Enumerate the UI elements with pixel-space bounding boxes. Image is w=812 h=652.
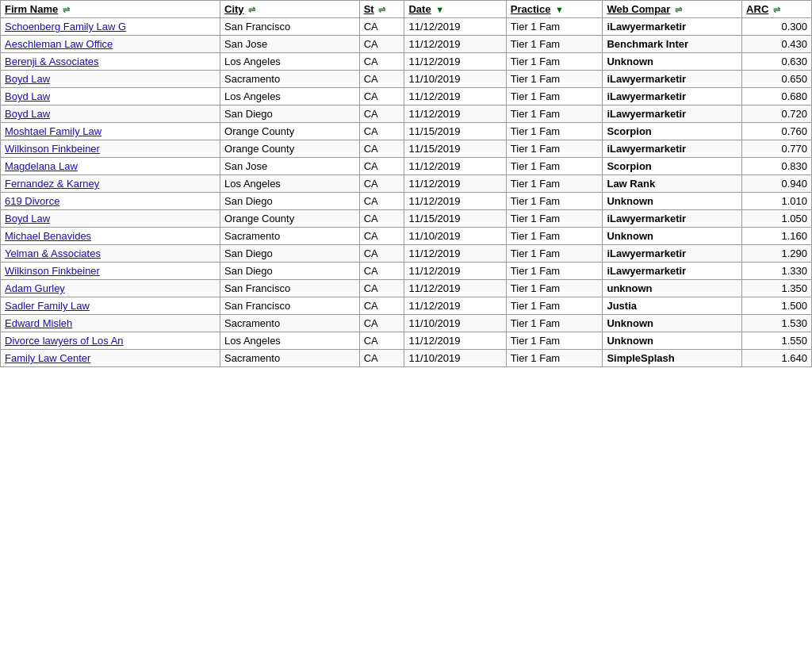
cell-webcomp: iLawyermarketir: [603, 105, 742, 123]
table-row: Sadler Family LawSan FranciscoCA11/12/20…: [1, 297, 812, 315]
cell-firm: Wilkinson Finkbeiner: [1, 140, 220, 158]
cell-practice: Tier 1 Fam: [506, 297, 603, 315]
firm-link[interactable]: Divorce lawyers of Los An: [5, 335, 124, 347]
firm-link[interactable]: Wilkinson Finkbeiner: [5, 265, 100, 277]
cell-arc: 0.300: [742, 18, 812, 36]
col-header-arc[interactable]: ARC ⇌: [742, 1, 812, 18]
col-header-firm[interactable]: Firm Name ⇌: [1, 1, 220, 18]
cell-firm: Boyd Law: [1, 71, 220, 88]
firm-link[interactable]: 619 Divorce: [5, 195, 59, 207]
cell-city: San Diego: [220, 193, 360, 210]
cell-city: Sacramento: [220, 71, 360, 88]
table-row: Divorce lawyers of Los AnLos AngelesCA11…: [1, 332, 812, 350]
cell-city: San Francisco: [220, 280, 360, 297]
firm-link[interactable]: Fernandez & Karney: [5, 178, 99, 190]
cell-practice: Tier 1 Fam: [506, 315, 603, 332]
col-header-webcomp[interactable]: Web Compar ⇌: [603, 1, 742, 18]
table-row: Michael BenavidesSacramentoCA11/10/2019T…: [1, 228, 812, 245]
firm-link[interactable]: Boyd Law: [5, 73, 50, 85]
cell-arc: 1.330: [742, 263, 812, 280]
sort-icon-st[interactable]: ⇌: [378, 5, 385, 14]
cell-firm: Divorce lawyers of Los An: [1, 332, 220, 350]
cell-firm: Magdelana Law: [1, 158, 220, 175]
firm-link[interactable]: Moshtael Family Law: [5, 125, 102, 137]
table-row: Berenji & AssociatesLos AngelesCA11/12/2…: [1, 53, 812, 71]
firm-link[interactable]: Magdelana Law: [5, 160, 78, 172]
cell-practice: Tier 1 Fam: [506, 71, 603, 88]
sort-icon-webcomp[interactable]: ⇌: [675, 5, 682, 14]
cell-date: 11/12/2019: [404, 36, 506, 53]
cell-state: CA: [359, 193, 404, 210]
firm-link[interactable]: Boyd Law: [5, 90, 50, 102]
cell-state: CA: [359, 280, 404, 297]
col-header-city[interactable]: City ⇌: [220, 1, 360, 18]
cell-arc: 0.430: [742, 36, 812, 53]
cell-practice: Tier 1 Fam: [506, 175, 603, 193]
firm-link[interactable]: Edward Misleh: [5, 317, 72, 329]
cell-webcomp: iLawyermarketir: [603, 18, 742, 36]
firm-link[interactable]: Wilkinson Finkbeiner: [5, 143, 100, 155]
cell-firm: Moshtael Family Law: [1, 123, 220, 140]
cell-city: Sacramento: [220, 350, 360, 367]
cell-firm: Family Law Center: [1, 350, 220, 367]
sort-icon-firm[interactable]: ⇌: [63, 5, 70, 14]
firm-link[interactable]: Michael Benavides: [5, 230, 91, 242]
cell-firm: Wilkinson Finkbeiner: [1, 263, 220, 280]
cell-webcomp: iLawyermarketir: [603, 245, 742, 263]
table-row: Boyd LawSan DiegoCA11/12/2019Tier 1 Fami…: [1, 105, 812, 123]
cell-city: Orange County: [220, 123, 360, 140]
firm-link[interactable]: Sadler Family Law: [5, 300, 90, 312]
cell-practice: Tier 1 Fam: [506, 158, 603, 175]
cell-date: 11/12/2019: [404, 18, 506, 36]
filter-icon-practice[interactable]: ▼: [555, 5, 564, 14]
firm-link[interactable]: Family Law Center: [5, 352, 90, 364]
cell-practice: Tier 1 Fam: [506, 280, 603, 297]
cell-state: CA: [359, 88, 404, 105]
col-header-practice[interactable]: Practice ▼: [506, 1, 603, 18]
cell-arc: 1.010: [742, 193, 812, 210]
table-row: Wilkinson FinkbeinerOrange CountyCA11/15…: [1, 140, 812, 158]
cell-webcomp: Unknown: [603, 53, 742, 71]
col-header-date[interactable]: Date ▼: [404, 1, 506, 18]
table-row: Wilkinson FinkbeinerSan DiegoCA11/12/201…: [1, 263, 812, 280]
col-header-st[interactable]: St ⇌: [359, 1, 404, 18]
cell-firm: Boyd Law: [1, 210, 220, 228]
table-header: Firm Name ⇌ City ⇌ St ⇌ Date ▼ Practice …: [1, 1, 812, 18]
cell-city: Sacramento: [220, 228, 360, 245]
cell-webcomp: iLawyermarketir: [603, 88, 742, 105]
cell-practice: Tier 1 Fam: [506, 88, 603, 105]
cell-date: 11/10/2019: [404, 71, 506, 88]
firm-link[interactable]: Berenji & Associates: [5, 56, 99, 67]
cell-date: 11/10/2019: [404, 228, 506, 245]
filter-icon-date[interactable]: ▼: [435, 5, 444, 14]
sort-icon-city[interactable]: ⇌: [248, 5, 255, 14]
cell-state: CA: [359, 263, 404, 280]
cell-practice: Tier 1 Fam: [506, 332, 603, 350]
cell-webcomp: Law Rank: [603, 175, 742, 193]
firm-link[interactable]: Boyd Law: [5, 108, 50, 120]
firm-link[interactable]: Yelman & Associates: [5, 247, 101, 259]
cell-webcomp: Unknown: [603, 332, 742, 350]
table-row: Yelman & AssociatesSan DiegoCA11/12/2019…: [1, 245, 812, 263]
cell-webcomp: unknown: [603, 280, 742, 297]
cell-date: 11/15/2019: [404, 140, 506, 158]
cell-city: Los Angeles: [220, 53, 360, 71]
firm-link[interactable]: Boyd Law: [5, 213, 50, 224]
firm-link[interactable]: Adam Gurley: [5, 282, 65, 294]
cell-date: 11/15/2019: [404, 123, 506, 140]
cell-city: Los Angeles: [220, 332, 360, 350]
cell-practice: Tier 1 Fam: [506, 350, 603, 367]
cell-firm: 619 Divorce: [1, 193, 220, 210]
cell-firm: Michael Benavides: [1, 228, 220, 245]
cell-practice: Tier 1 Fam: [506, 18, 603, 36]
cell-practice: Tier 1 Fam: [506, 140, 603, 158]
cell-webcomp: Unknown: [603, 315, 742, 332]
cell-date: 11/12/2019: [404, 105, 506, 123]
cell-state: CA: [359, 297, 404, 315]
cell-state: CA: [359, 53, 404, 71]
firm-link[interactable]: Schoenberg Family Law G: [5, 21, 126, 33]
firm-link[interactable]: Aeschleman Law Office: [5, 38, 113, 50]
sort-icon-arc[interactable]: ⇌: [773, 5, 780, 14]
cell-date: 11/10/2019: [404, 315, 506, 332]
cell-city: San Jose: [220, 158, 360, 175]
